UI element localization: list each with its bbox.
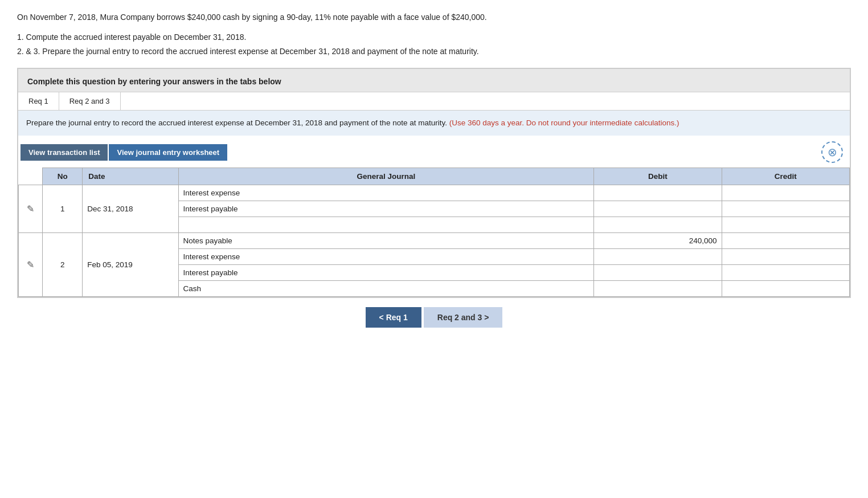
- gj-2-1[interactable]: Notes payable: [178, 233, 594, 249]
- debit-1-1[interactable]: [594, 185, 722, 201]
- view-journal-button[interactable]: View journal entry worksheet: [109, 144, 227, 161]
- gj-1-2[interactable]: Interest payable: [178, 201, 594, 217]
- credit-2-2[interactable]: [722, 249, 849, 265]
- entry-date-2: Feb 05, 2019: [83, 233, 178, 297]
- button-row: View transaction list View journal entry…: [18, 136, 850, 168]
- instruction-2: 2. & 3. Prepare the journal entry to rec…: [17, 46, 851, 58]
- header-no: No: [43, 168, 83, 185]
- gj-2-4[interactable]: Cash: [178, 281, 594, 297]
- gj-1-1[interactable]: Interest expense: [178, 185, 594, 201]
- main-content-box: Complete this question by entering your …: [17, 68, 851, 298]
- intro-paragraph: On November 7, 2018, Mura Company borrow…: [17, 11, 851, 23]
- close-icon[interactable]: ⊗: [821, 141, 843, 163]
- credit-2-4[interactable]: [722, 281, 849, 297]
- entry-no-1: 1: [43, 185, 83, 233]
- question-box-title: Complete this question by entering your …: [27, 77, 281, 86]
- tab-req2and3[interactable]: Req 2 and 3: [59, 92, 121, 110]
- gj-2-2[interactable]: Interest expense: [178, 249, 594, 265]
- credit-2-1[interactable]: [722, 233, 849, 249]
- debit-2-2[interactable]: [594, 249, 722, 265]
- entry-no-2: 2: [43, 233, 83, 297]
- tab-instructions-main: Prepare the journal entry to record the …: [26, 119, 447, 127]
- debit-1-2[interactable]: [594, 201, 722, 217]
- debit-1-3[interactable]: [594, 217, 722, 233]
- table-row: ✎ 2 Feb 05, 2019 Notes payable 240,000: [19, 233, 850, 249]
- journal-table: No Date General Journal Debit Credit ✎ 1…: [18, 168, 850, 297]
- header-gj: General Journal: [178, 168, 594, 185]
- credit-1-2[interactable]: [722, 201, 849, 217]
- tab-req1[interactable]: Req 1: [18, 92, 59, 110]
- gj-1-3[interactable]: [178, 217, 594, 233]
- debit-2-4[interactable]: [594, 281, 722, 297]
- header-debit: Debit: [594, 168, 722, 185]
- view-transaction-button[interactable]: View transaction list: [21, 144, 108, 161]
- numbered-instructions: 1. Compute the accrued interest payable …: [17, 31, 851, 58]
- tabs-row: Req 1 Req 2 and 3: [18, 92, 850, 111]
- tabs-container: Req 1 Req 2 and 3 Prepare the journal en…: [18, 92, 850, 297]
- debit-2-3[interactable]: [594, 265, 722, 281]
- credit-2-3[interactable]: [722, 265, 849, 281]
- gj-2-3[interactable]: Interest payable: [178, 265, 594, 281]
- nav-req1-button[interactable]: < Req 1: [366, 307, 421, 328]
- tab-instructions-red: (Use 360 days a year. Do not round your …: [449, 119, 679, 127]
- entry-date-1: Dec 31, 2018: [83, 185, 178, 233]
- tab-instructions: Prepare the journal entry to record the …: [18, 111, 850, 136]
- edit-icon-2[interactable]: ✎: [19, 233, 43, 297]
- nav-req23-button[interactable]: Req 2 and 3 >: [424, 307, 503, 328]
- credit-1-3[interactable]: [722, 217, 849, 233]
- edit-icon-1[interactable]: ✎: [19, 185, 43, 233]
- header-date: Date: [83, 168, 178, 185]
- table-row: ✎ 1 Dec 31, 2018 Interest expense: [19, 185, 850, 201]
- instruction-1: 1. Compute the accrued interest payable …: [17, 31, 851, 43]
- bottom-nav: < Req 1 Req 2 and 3 >: [17, 307, 851, 328]
- credit-1-1[interactable]: [722, 185, 849, 201]
- question-box: Complete this question by entering your …: [18, 68, 850, 92]
- header-credit: Credit: [722, 168, 849, 185]
- debit-2-1[interactable]: 240,000: [594, 233, 722, 249]
